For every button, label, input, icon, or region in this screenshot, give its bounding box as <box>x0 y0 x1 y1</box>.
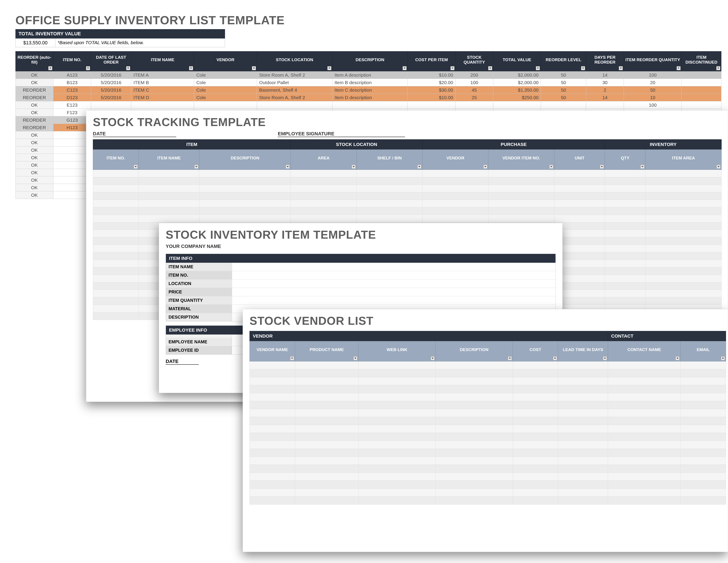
cell[interactable] <box>558 465 608 473</box>
cell[interactable] <box>295 385 358 393</box>
cell[interactable] <box>291 207 357 215</box>
cell[interactable] <box>139 215 199 222</box>
cell[interactable] <box>681 425 726 433</box>
filter-dropdown-icon[interactable] <box>86 66 90 70</box>
cell[interactable]: ITEM C <box>131 86 194 94</box>
cell[interactable] <box>422 215 488 222</box>
cell[interactable] <box>608 385 681 393</box>
cell[interactable] <box>645 185 722 192</box>
cell[interactable] <box>608 433 681 441</box>
cell[interactable]: 5/20/2016 <box>91 79 131 86</box>
cell[interactable] <box>681 433 726 441</box>
cell[interactable] <box>608 417 681 425</box>
cell[interactable] <box>488 215 554 222</box>
column-header[interactable]: CONTACT NAME <box>608 341 681 362</box>
cell[interactable] <box>605 177 645 185</box>
cell[interactable] <box>295 362 358 369</box>
cell[interactable] <box>605 298 645 305</box>
cell[interactable] <box>199 185 291 192</box>
cell[interactable] <box>199 177 291 185</box>
column-header[interactable]: DATE OF LAST ORDER <box>91 51 131 71</box>
cell[interactable]: 100 <box>624 101 682 109</box>
cell[interactable] <box>199 207 291 215</box>
cell[interactable]: Cole <box>194 94 257 101</box>
table-row[interactable] <box>250 473 726 481</box>
cell[interactable] <box>436 473 513 481</box>
cell[interactable] <box>608 393 681 401</box>
cell[interactable] <box>93 237 139 245</box>
filter-dropdown-icon[interactable] <box>581 66 585 70</box>
cell[interactable] <box>93 177 139 185</box>
cell[interactable] <box>358 401 436 409</box>
cell[interactable]: B123 <box>53 79 91 86</box>
cell[interactable]: ITEM D <box>131 94 194 101</box>
column-header[interactable]: COST PER ITEM <box>408 51 455 71</box>
cell[interactable] <box>53 176 91 184</box>
cell[interactable]: 5/20/2016 <box>91 94 131 101</box>
cell[interactable]: $30.00 <box>408 86 455 94</box>
cell[interactable]: OK <box>16 169 53 176</box>
cell[interactable] <box>605 185 645 192</box>
column-header[interactable]: REORDER LEVEL <box>541 51 586 71</box>
cell[interactable] <box>558 425 608 433</box>
cell[interactable]: Store Room A, Shelf 2 <box>257 94 332 101</box>
cell[interactable] <box>295 449 358 457</box>
filter-dropdown-icon[interactable] <box>603 356 607 360</box>
cell[interactable] <box>250 362 295 369</box>
cell[interactable] <box>295 465 358 473</box>
cell[interactable] <box>681 497 726 505</box>
filter-dropdown-icon[interactable] <box>286 165 290 169</box>
cell[interactable]: F123 <box>53 109 91 116</box>
table-row[interactable] <box>250 489 726 497</box>
cell[interactable] <box>436 489 513 497</box>
cell[interactable]: $20.00 <box>408 79 455 86</box>
cell[interactable] <box>681 409 726 417</box>
cell[interactable] <box>250 369 295 377</box>
cell[interactable]: $10.00 <box>408 94 455 101</box>
cell[interactable] <box>356 207 422 215</box>
column-header[interactable]: ITEM NO. <box>53 51 91 71</box>
cell[interactable] <box>558 441 608 449</box>
cell[interactable]: A123 <box>53 71 91 79</box>
cell[interactable] <box>558 457 608 465</box>
column-header[interactable]: DESCRIPTION <box>199 149 291 170</box>
cell[interactable] <box>53 169 91 176</box>
table-row[interactable]: REORDERC1235/20/2016ITEM CColeBasement, … <box>16 86 721 94</box>
cell[interactable] <box>605 290 645 298</box>
cell[interactable] <box>608 409 681 417</box>
cell[interactable] <box>358 362 436 369</box>
filter-dropdown-icon[interactable] <box>352 165 356 169</box>
cell[interactable] <box>605 170 645 177</box>
cell[interactable] <box>358 433 436 441</box>
cell[interactable] <box>645 192 722 200</box>
cell[interactable] <box>608 481 681 489</box>
filter-dropdown-icon[interactable] <box>134 165 138 169</box>
cell[interactable] <box>358 409 436 417</box>
table-row[interactable] <box>250 409 726 417</box>
cell[interactable] <box>645 207 722 215</box>
cell[interactable] <box>358 377 436 385</box>
cell[interactable] <box>608 489 681 497</box>
cell[interactable]: REORDER <box>16 124 53 131</box>
column-header[interactable]: DAYS PER REORDER <box>586 51 624 71</box>
cell[interactable] <box>436 449 513 457</box>
cell[interactable] <box>682 71 721 79</box>
cell[interactable] <box>645 283 722 290</box>
cell[interactable] <box>356 177 422 185</box>
cell[interactable]: H123 <box>53 124 91 131</box>
table-row[interactable] <box>250 457 726 465</box>
cell[interactable] <box>295 457 358 465</box>
cell[interactable] <box>645 200 722 207</box>
cell[interactable] <box>436 385 513 393</box>
cell[interactable] <box>513 417 558 425</box>
cell[interactable] <box>250 433 295 441</box>
filter-dropdown-icon[interactable] <box>126 66 130 70</box>
table-row[interactable]: OKB1235/20/2016ITEM BColeOutdoor PalletI… <box>16 79 721 86</box>
cell[interactable]: Store Room A, Shelf 2 <box>257 71 332 79</box>
cell[interactable] <box>558 417 608 425</box>
column-header[interactable]: UNIT <box>554 149 605 170</box>
kv-value[interactable] <box>232 279 555 288</box>
column-header[interactable]: ITEM NAME <box>131 51 194 71</box>
column-header[interactable]: REORDER (auto-fill) <box>16 51 53 71</box>
cell[interactable] <box>93 215 139 222</box>
